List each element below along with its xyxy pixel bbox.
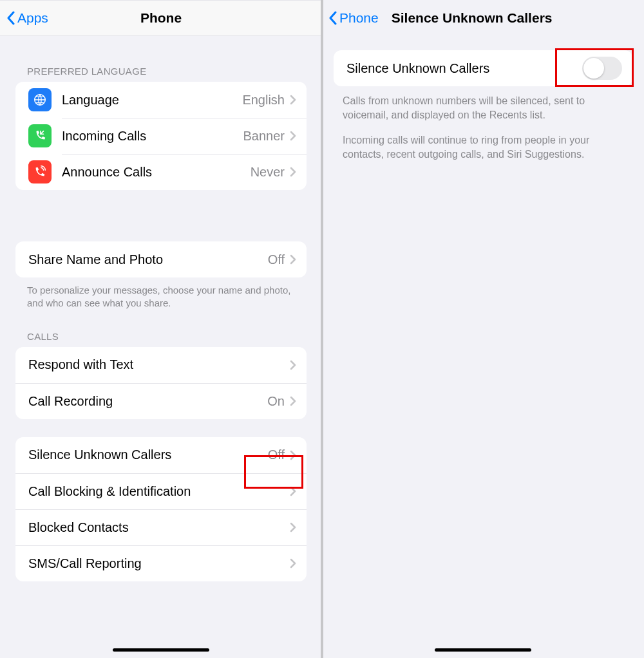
back-label: Apps	[17, 10, 48, 26]
back-button[interactable]: Apps	[6, 10, 48, 26]
row-call-recording[interactable]: Call Recording On	[15, 383, 307, 419]
chevron-right-icon	[290, 486, 296, 496]
row-sms-call-reporting[interactable]: SMS/Call Reporting	[15, 545, 307, 581]
chevron-left-icon	[6, 11, 15, 25]
chevron-right-icon	[290, 95, 296, 105]
globe-icon	[28, 88, 52, 111]
group-share: Share Name and Photo Off	[15, 241, 307, 277]
back-button[interactable]: Phone	[328, 10, 379, 26]
row-value: Off	[268, 447, 285, 462]
screen-divider	[321, 0, 323, 658]
home-indicator[interactable]	[113, 648, 209, 652]
row-share-name-photo[interactable]: Share Name and Photo Off	[15, 241, 307, 277]
row-call-blocking-identification[interactable]: Call Blocking & Identification	[15, 473, 307, 509]
row-label: Incoming Calls	[62, 129, 243, 144]
nav-bar: Apps Phone	[0, 0, 322, 36]
group-calls-2: Silence Unknown Callers Off Call Blockin…	[15, 437, 307, 581]
row-incoming-calls[interactable]: Incoming Calls Banner	[15, 118, 307, 154]
silence-unknown-callers-screen: Phone Silence Unknown Callers Silence Un…	[322, 0, 644, 658]
chevron-right-icon	[290, 360, 296, 370]
row-value: Never	[251, 165, 285, 180]
row-label: Share Name and Photo	[28, 252, 268, 267]
row-blocked-contacts[interactable]: Blocked Contacts	[15, 509, 307, 545]
row-language[interactable]: Language English	[15, 82, 307, 118]
section-header-preferred-language: PREFERRED LANGUAGE	[0, 54, 322, 82]
chevron-right-icon	[290, 167, 296, 177]
home-indicator[interactable]	[435, 648, 531, 652]
chevron-right-icon	[290, 450, 296, 460]
silence-toggle[interactable]	[582, 57, 622, 80]
row-label: Silence Unknown Callers	[346, 61, 582, 76]
row-label: Language	[62, 93, 242, 108]
chevron-right-icon	[290, 131, 296, 141]
row-announce-calls[interactable]: Announce Calls Never	[15, 154, 307, 190]
nav-bar: Phone Silence Unknown Callers	[322, 0, 644, 36]
silence-footer-2: Incoming calls will continue to ring fro…	[322, 133, 644, 161]
chevron-right-icon	[290, 396, 296, 406]
row-respond-with-text[interactable]: Respond with Text	[15, 347, 307, 383]
phone-settings-screen: Apps Phone PREFERRED LANGUAGE Language E…	[0, 0, 322, 658]
row-label: SMS/Call Reporting	[28, 556, 290, 571]
row-label: Respond with Text	[28, 357, 290, 372]
chevron-right-icon	[290, 522, 296, 532]
group-silence: Silence Unknown Callers	[334, 50, 632, 86]
announce-call-icon	[28, 160, 52, 183]
row-label: Blocked Contacts	[28, 520, 290, 535]
back-label: Phone	[339, 10, 379, 26]
page-title: Phone	[0, 10, 322, 26]
row-label: Call Recording	[28, 394, 267, 409]
row-label: Silence Unknown Callers	[28, 447, 268, 462]
chevron-right-icon	[290, 558, 296, 569]
row-value: English	[242, 93, 285, 108]
group-calls-1: Respond with Text Call Recording On	[15, 347, 307, 419]
row-label: Call Blocking & Identification	[28, 484, 290, 499]
row-value: Banner	[243, 129, 285, 144]
incoming-call-icon	[28, 124, 52, 147]
silence-footer-1: Calls from unknown numbers will be silen…	[322, 86, 644, 122]
toggle-knob	[583, 58, 604, 79]
chevron-left-icon	[328, 11, 337, 25]
chevron-right-icon	[290, 254, 296, 265]
row-value: On	[267, 394, 285, 409]
row-silence-toggle[interactable]: Silence Unknown Callers	[334, 50, 632, 86]
row-label: Announce Calls	[62, 165, 251, 180]
row-silence-unknown-callers[interactable]: Silence Unknown Callers Off	[15, 437, 307, 473]
section-header-calls: CALLS	[0, 319, 322, 347]
page-title: Silence Unknown Callers	[392, 10, 553, 26]
row-value: Off	[268, 252, 285, 267]
share-footer: To personalize your messages, choose you…	[0, 277, 322, 310]
group-preferred: Language English Incoming Calls Banner A…	[15, 82, 307, 190]
